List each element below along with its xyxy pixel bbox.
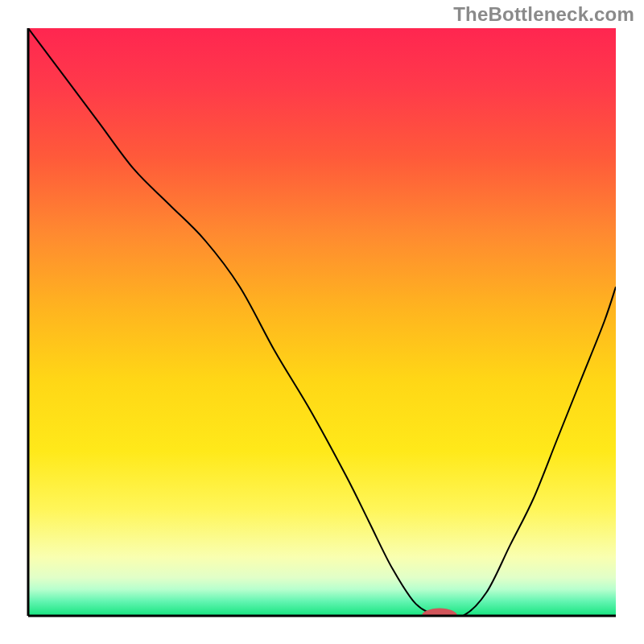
attribution-label: TheBottleneck.com [453,3,634,26]
bottleneck-chart: TheBottleneck.com [0,0,644,644]
chart-svg [0,0,644,644]
chart-background [28,28,616,616]
